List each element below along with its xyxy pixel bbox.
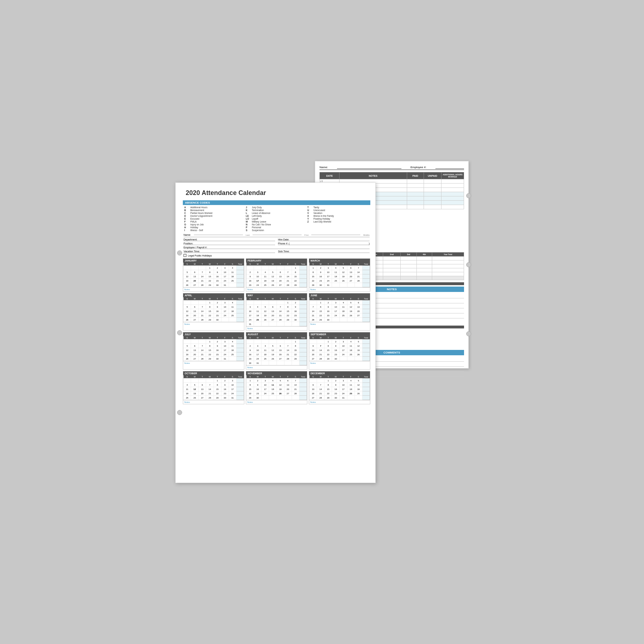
month-table: SMTWTFSTotal1234567891011121314151617181… [246, 297, 307, 326]
col-date: DATE [320, 172, 340, 179]
month-table: SMTWTFSTotal1234567891011121314151617181… [183, 375, 244, 400]
month-header: SEPTEMBER [309, 332, 370, 336]
code-item: HHoliday [184, 226, 246, 229]
month-calendar-may: MAYSMTWTFSTotal1234567891011121314151617… [246, 293, 307, 331]
table-row: 31 [247, 322, 307, 326]
table-row: 78910111213 [309, 305, 370, 309]
punch-hole [466, 262, 471, 267]
month-calendar-june: JUNESMTWTFSTotal123456789101112131415161… [309, 293, 370, 331]
back-employee-label: Employee #: [410, 166, 426, 169]
table-row: 13141516171819 [309, 387, 370, 391]
table-row: 19202122232425 [184, 352, 244, 357]
table-row: 19202122232425 [184, 279, 244, 283]
code-item: EExcused [184, 218, 246, 220]
table-row: 3456789 [247, 305, 307, 309]
absence-codes-col-2: JJury Duty KTermination LLeave of Absenc… [246, 206, 307, 231]
month-table: SMTWTFSTotal1234567891011121314151617181… [246, 336, 307, 365]
table-row: 2345678 [247, 270, 307, 274]
month-calendar-september: SEPTEMBERSMTWTFSTotal1234567891011121314… [309, 332, 370, 370]
table-row: 262728293031 [184, 357, 244, 361]
table-row: 12345 [309, 340, 370, 344]
table-row: 282930 [309, 318, 370, 322]
table-row: 22232425262728 [309, 279, 370, 283]
table-row: 6789101112 [309, 344, 370, 348]
quarterly-4th-header: 4th [416, 253, 432, 257]
table-row: 25262728293031 [184, 396, 244, 400]
punch-hole [466, 193, 471, 198]
month-calendar-march: MARCHSMTWTFSTotal12345678910111213141516… [309, 258, 370, 292]
punch-hole [466, 331, 471, 336]
code-item: TTardy [307, 206, 369, 209]
table-row: 16171819202122 [247, 279, 307, 283]
table-row: 1234 [184, 301, 244, 305]
code-item: GInjury on Job [184, 223, 246, 226]
table-row: 1 [247, 266, 307, 270]
month-calendar-april: APRILSMTWTFSTotal12345678910111213141516… [183, 293, 244, 331]
table-row: 12345 [309, 379, 370, 383]
table-row: 3031 [247, 361, 307, 365]
month-notes: Notes [246, 365, 307, 369]
col-notes: NOTES [340, 172, 407, 179]
month-notes: Notes [246, 400, 307, 404]
month-table: SMTWTFSTotal1234567891011121314151617181… [309, 336, 370, 361]
table-row: 123456 [309, 301, 370, 305]
month-calendar-january: JANUARYSMTWTFSTotal123456789101112131415… [183, 258, 244, 292]
table-row: 2345678 [247, 344, 307, 348]
table-row: 20212223242526 [309, 352, 370, 357]
code-item: CPartial Hours Worked [184, 212, 246, 214]
calendars-container: JANUARYSMTWTFSTotal123456789101112131415… [183, 258, 370, 404]
punch-hole [177, 330, 182, 335]
month-table: SMTWTFSTotal1234567891011121314151617181… [246, 263, 307, 287]
position-row: Position: Phone #: ( ) [184, 242, 370, 245]
month-notes: Notes [246, 287, 307, 291]
month-table: SMTWTFSTotal1234567891011121314151617181… [183, 263, 244, 287]
table-row: 19202122232425 [184, 313, 244, 318]
month-table: SMTWTFSTotal1234567891011121314151617181… [183, 297, 244, 322]
month-header: JUNE [309, 293, 370, 297]
quarterly-year-header: Year Total [432, 253, 464, 257]
month-header: APRIL [183, 293, 244, 297]
calendar-title: 2020 Attendance Calendar [183, 188, 370, 198]
dept-row: Department: Hire Date: [184, 238, 370, 241]
table-row: 15161718192021 [247, 387, 307, 391]
table-row: 1234 [184, 266, 244, 270]
month-notes: Notes [183, 400, 244, 404]
month-header: JANUARY [183, 259, 244, 263]
code-item: IIllness - Self [184, 229, 246, 231]
table-row: 21222324252627 [309, 313, 370, 318]
code-item: LLeave of Absence [246, 212, 307, 214]
month-header: OCTOBER [183, 371, 244, 375]
front-page: 2020 Attendance Calendar ABSENCE CODES A… [175, 182, 376, 483]
month-table: SMTWTFSTotal1234567891011121314151617181… [309, 375, 370, 400]
name-label: Name: [184, 234, 191, 236]
month-header: JULY [183, 332, 244, 336]
code-item: LELeft Early [246, 215, 307, 217]
month-notes: Notes [246, 326, 307, 330]
table-row: 891011121314 [309, 270, 370, 274]
code-item: YFloating Holiday [307, 218, 369, 220]
table-row: 1234567 [309, 266, 370, 270]
name-middle [311, 235, 360, 235]
col-unpaid: UNPAID [424, 172, 441, 179]
month-table: SMTWTFSTotal1234567891011121314151617181… [309, 297, 370, 322]
col-paid: PAID [407, 172, 424, 179]
month-table: SMTWTFSTotal1234567891011121314151617181… [309, 263, 370, 287]
code-item: AAdditional Hours [184, 206, 246, 209]
table-row: 18192021222324 [184, 391, 244, 396]
absence-codes-col-3: TTardy UUnexcused VVacation XIllness in … [307, 206, 369, 231]
code-item: ZLast Day Worked [307, 220, 369, 223]
legal-holidays-checkbox[interactable] [184, 254, 186, 257]
month-header: FEBRUARY [246, 259, 307, 263]
table-row: 12 [247, 301, 307, 305]
punch-hole [177, 250, 182, 255]
absence-codes-col-1: AAdditional Hours BBereavement CPartial … [184, 206, 246, 231]
table-row: 293031 [309, 283, 370, 287]
table-row: 1234567 [247, 379, 307, 383]
code-item: PPersonal [246, 226, 307, 229]
table-row: 14151617181920 [309, 309, 370, 313]
table-row: 567891011 [184, 270, 244, 274]
table-row: 11121314151617 [184, 387, 244, 391]
vac-sick-row: Vacation Time: Sick Time: [184, 250, 370, 253]
back-name-label: Name: [319, 166, 328, 169]
month-notes: Notes [183, 322, 244, 326]
